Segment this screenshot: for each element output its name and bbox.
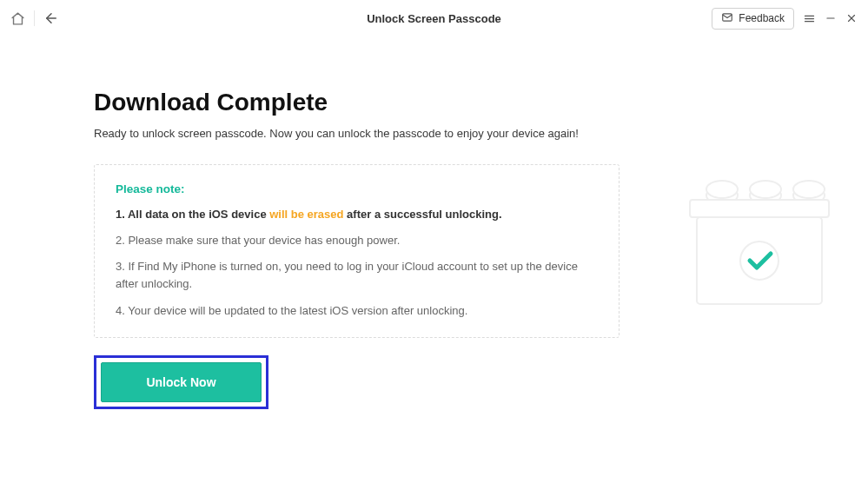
note-line-4: 4. Your device will be updated to the la…	[116, 302, 598, 320]
please-note-box: Please note: 1. All data on the iOS devi…	[94, 164, 620, 338]
note-line-1: 1. All data on the iOS device will be er…	[116, 206, 598, 223]
titlebar-right: Feedback	[712, 8, 858, 30]
titlebar-left	[10, 10, 59, 26]
back-icon[interactable]	[43, 10, 59, 26]
note-line-1-post: after a successful unlocking.	[344, 208, 502, 221]
titlebar: Unlock Screen Passcode Feedback	[0, 0, 868, 36]
note-line-3: 3. If Find My iPhone is turned on, you n…	[116, 258, 598, 293]
svg-point-12	[793, 181, 825, 198]
page-title: Download Complete	[94, 89, 816, 116]
page-subtitle: Ready to unlock screen passcode. Now you…	[94, 127, 816, 140]
minimize-icon[interactable]	[825, 12, 837, 24]
note-title: Please note:	[116, 182, 598, 195]
note-line-2: 2. Please make sure that your device has…	[116, 232, 598, 249]
feedback-button[interactable]: Feedback	[712, 8, 794, 30]
package-success-illustration	[681, 175, 833, 322]
svg-point-15	[740, 242, 779, 280]
divider	[34, 10, 35, 26]
note-line-1-accent: will be erased	[269, 208, 343, 221]
main-content: Download Complete Ready to unlock screen…	[0, 36, 868, 409]
package-icon	[681, 175, 833, 319]
unlock-now-button[interactable]: Unlock Now	[101, 362, 262, 402]
close-icon[interactable]	[845, 12, 858, 24]
unlock-highlight: Unlock Now	[94, 355, 268, 409]
menu-icon[interactable]	[803, 12, 816, 25]
svg-rect-13	[690, 200, 829, 217]
svg-point-10	[750, 181, 781, 198]
feedback-label: Feedback	[739, 12, 785, 24]
svg-point-8	[706, 181, 738, 198]
home-icon[interactable]	[10, 11, 25, 26]
note-line-1-pre: 1. All data on the iOS device	[116, 208, 269, 221]
mail-icon	[721, 11, 733, 26]
